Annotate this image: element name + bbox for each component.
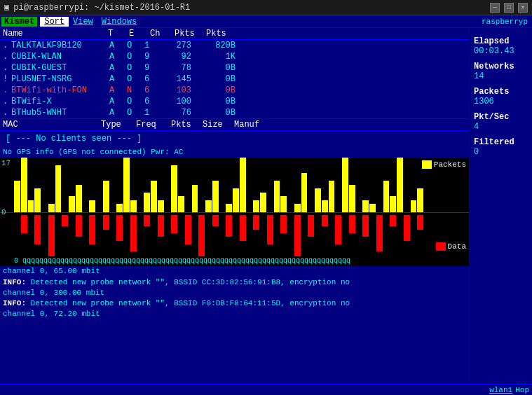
- stat-networks-value: 14: [474, 71, 528, 81]
- network-row[interactable]: . TALKTALKF9B120 A O 1 273 820B: [0, 40, 469, 51]
- bar-red: [144, 215, 150, 226]
- bar-red: [349, 215, 355, 233]
- channel-info: channel 0, 65.00 mbit: [0, 266, 469, 276]
- bar-red: [130, 215, 137, 251]
- title-bar: ▣ pi@raspberrypi: ~/kismet-2016-01-R1 — …: [0, 0, 532, 15]
- chart-max-value: 17: [1, 159, 11, 167]
- net-name: CUBIK-GUEST: [11, 63, 109, 73]
- chart-area: 17 Packets Data 0 0 qq: [0, 158, 469, 266]
- network-row[interactable]: . CUBIK-GUEST A O 9 78 0B: [0, 62, 469, 74]
- net-pkts: 92: [165, 52, 197, 62]
- client-header: MAC Type Freq Pkts Size Manuf: [0, 118, 469, 131]
- network-row[interactable]: ! PLUSNET-NSRG A O 6 145 0B: [0, 74, 469, 85]
- net-size: 820B: [197, 41, 236, 50]
- net-size: 0B: [197, 108, 236, 118]
- header-name: Name: [3, 29, 108, 39]
- bar-red: [294, 215, 301, 258]
- net-enc: O: [127, 63, 144, 73]
- header-type: T: [108, 29, 129, 39]
- data-legend: Data: [436, 242, 466, 251]
- info-message-line: channel 0, 300.00 mbit: [3, 288, 466, 298]
- bar-yellow: [76, 185, 82, 212]
- bar-yellow: [144, 193, 150, 212]
- bar-yellow: [417, 188, 423, 212]
- chart-dots: 0 qqqqqqqqqqqqqqqqqqqqqqqqqqqqqqqqqqqqqq…: [0, 256, 469, 266]
- bar-yellow: [14, 181, 20, 212]
- net-size: 1K: [197, 52, 236, 62]
- upper-bars: [14, 158, 423, 212]
- stat-networks-label: Networks: [474, 62, 528, 71]
- network-row[interactable]: . BTWifi-with-FON A N 6 103 0B: [0, 85, 469, 96]
- bar-yellow: [178, 196, 184, 212]
- net-ch: 1: [144, 108, 165, 118]
- header-pkts: Pkts: [175, 29, 206, 39]
- net-enc: O: [127, 41, 144, 50]
- bar-yellow: [48, 204, 55, 212]
- network-row[interactable]: . BTWifi-X A O 6 100 0B: [0, 96, 469, 107]
- bar-red: [253, 215, 259, 230]
- client-hdr-manuf: Manuf: [234, 120, 466, 130]
- net-flag: .: [3, 41, 11, 50]
- bar-yellow: [226, 204, 232, 212]
- bar-yellow: [171, 165, 177, 212]
- bar-yellow: [158, 200, 164, 212]
- bar-yellow: [192, 185, 198, 212]
- menu-windows[interactable]: Windows: [97, 17, 141, 27]
- stat-packets-value: 1306: [474, 97, 528, 106]
- bar-red: [240, 215, 246, 240]
- maximize-button[interactable]: □: [504, 3, 514, 13]
- net-ch: 1: [144, 41, 165, 50]
- net-flag: !: [3, 74, 11, 84]
- net-enc: O: [127, 97, 144, 106]
- info-key: INFO:: [3, 299, 26, 307]
- bar-red: [116, 215, 123, 240]
- net-pkts: 273: [165, 41, 197, 50]
- network-row[interactable]: . BTHub5-WNHT A O 1 76 0B: [0, 107, 469, 118]
- minimize-button[interactable]: —: [490, 3, 500, 13]
- net-ch: 6: [144, 97, 165, 106]
- terminal-icon: ▣: [4, 2, 9, 13]
- net-enc: O: [127, 74, 144, 84]
- net-pkts: 76: [165, 108, 197, 118]
- bar-red: [267, 215, 273, 244]
- bar-yellow: [233, 188, 239, 212]
- bar-yellow: [34, 188, 41, 212]
- stat-elapsed-label: Elapsed: [474, 36, 528, 46]
- client-hdr-freq: Freq: [136, 120, 171, 130]
- net-size: 0B: [197, 63, 236, 73]
- bar-yellow: [55, 165, 62, 212]
- net-enc: O: [127, 52, 144, 62]
- stat-filtered-value: 0: [474, 147, 528, 157]
- menu-sort[interactable]: Sort: [40, 17, 69, 27]
- bar-yellow: [260, 193, 266, 212]
- bar-yellow: [89, 200, 95, 212]
- net-flag: .: [3, 52, 11, 62]
- bar-red: [171, 215, 177, 233]
- bar-red: [62, 215, 68, 226]
- bar-red: [417, 215, 423, 230]
- close-button[interactable]: ✕: [518, 3, 528, 13]
- menu-view[interactable]: View: [69, 17, 97, 27]
- hop-label: Hop: [515, 386, 529, 394]
- info-messages: INFO: Detected new probe network "", BSS…: [0, 276, 469, 321]
- header-size: Pkts: [206, 29, 248, 39]
- bar-yellow: [253, 200, 259, 212]
- terminal: Kismet Sort View Windows raspberryp Name…: [0, 15, 532, 395]
- bar-yellow: [116, 204, 123, 212]
- net-pkts: 78: [165, 63, 197, 73]
- net-enc: N: [127, 85, 144, 95]
- bar-yellow: [103, 181, 109, 212]
- info-message-line: channel 0, 72.20 mbit: [3, 309, 466, 319]
- gps-status: No GPS info (GPS not connected) Pwr: AC: [0, 146, 469, 158]
- net-type: A: [109, 52, 127, 62]
- client-hdr-mac: MAC: [3, 120, 101, 130]
- bar-red: [390, 215, 396, 226]
- packets-legend-label: Packets: [434, 160, 466, 169]
- client-hdr-pkts: Pkts: [171, 120, 203, 130]
- info-message-line: INFO: Detected new probe network "", BSS…: [3, 298, 466, 309]
- net-size: 0B: [197, 85, 236, 95]
- network-row[interactable]: . CUBIK-WLAN A O 9 92 1K: [0, 51, 469, 62]
- stat-elapsed-value: 00:03.43: [474, 46, 528, 56]
- bar-red: [308, 215, 314, 237]
- wlan-label: wlan1: [489, 386, 512, 394]
